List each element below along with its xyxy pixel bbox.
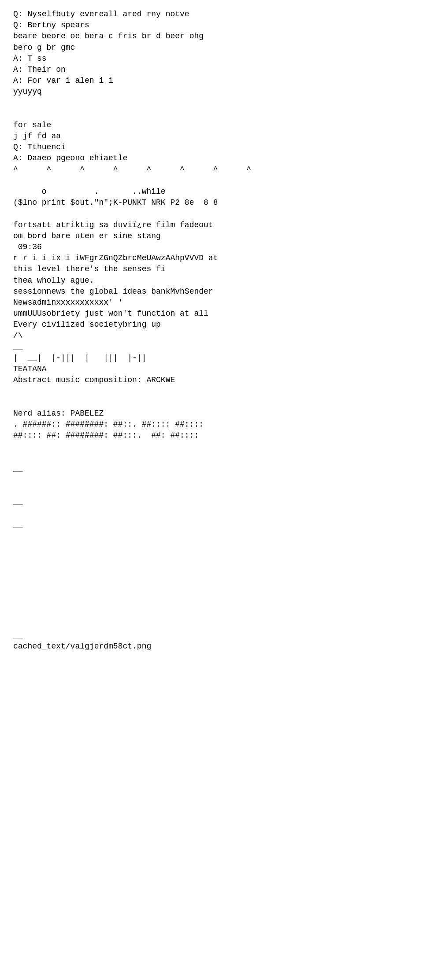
- main-content: Q: Nyselfbuty evereall ared rny notve Q:…: [13, 9, 410, 652]
